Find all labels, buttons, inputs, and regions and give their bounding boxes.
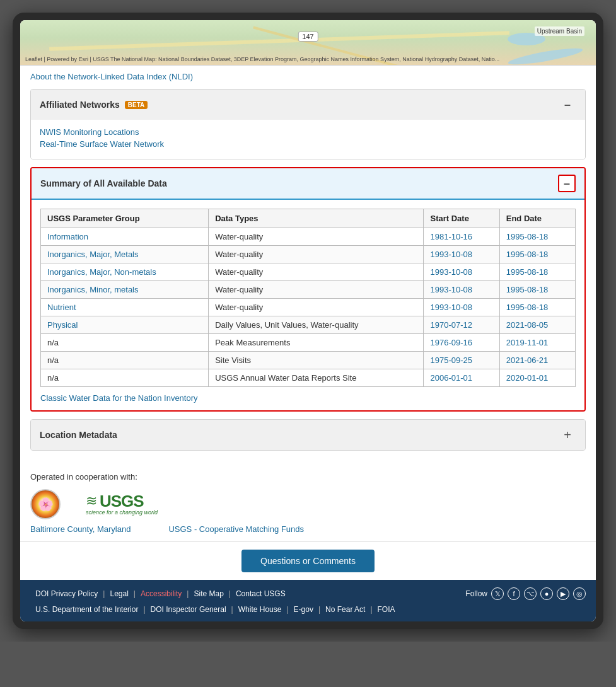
nwis-link[interactable]: NWIS Monitoring Locations xyxy=(40,127,576,137)
twitter-icon[interactable]: 𝕏 xyxy=(491,587,504,600)
main-content: About the Network-Linked Data Index (NLD… xyxy=(20,66,596,465)
col-header-end-date: End Date xyxy=(499,209,575,228)
footer-egov-link[interactable]: E-gov xyxy=(289,605,318,614)
param-group-link[interactable]: Physical xyxy=(47,320,78,330)
summary-panel: Summary of All Available Data – USGS Par… xyxy=(30,167,586,412)
table-row: n/aSite Visits1975-09-252021-06-21 xyxy=(41,352,576,369)
param-group-link[interactable]: Inorganics, Major, Metals xyxy=(47,250,139,259)
data-types-cell: Water-quality xyxy=(209,263,424,281)
start-date-link[interactable]: 1993-10-08 xyxy=(430,285,472,294)
start-date-link[interactable]: 2006-01-01 xyxy=(430,373,472,383)
end-date-cell: 2020-01-01 xyxy=(499,369,575,387)
footer-privacy-link[interactable]: DOI Privacy Policy xyxy=(30,589,103,598)
footer-inspector-link[interactable]: DOI Inspector General xyxy=(146,605,231,614)
data-types-cell: Water-quality xyxy=(209,246,424,263)
end-date-cell: 2019-11-01 xyxy=(499,334,575,352)
table-row: Inorganics, Minor, metalsWater-quality19… xyxy=(41,281,576,299)
end-date-cell: 1995-08-18 xyxy=(499,299,575,316)
footer-top-links: DOI Privacy Policy | Legal | Accessibili… xyxy=(30,589,291,598)
start-date-cell: 1970-07-12 xyxy=(424,316,499,334)
screen: 147 Upstream Basin Leaflet | Powered by … xyxy=(20,20,596,621)
data-types-cell: Water-quality xyxy=(209,299,424,316)
footer-legal-link[interactable]: Legal xyxy=(105,589,133,598)
device-frame: 147 Upstream Basin Leaflet | Powered by … xyxy=(13,13,603,629)
footer-sitemap-link[interactable]: Site Map xyxy=(189,589,228,598)
location-metadata-header[interactable]: Location Metadata + xyxy=(31,420,585,450)
footer-whitehouse-link[interactable]: White House xyxy=(233,605,287,614)
start-date-link[interactable]: 1993-10-08 xyxy=(430,303,472,312)
cooperation-section: Operated in cooperation with: 🌸 ≋ USGS s… xyxy=(20,465,596,541)
footer-doi-link[interactable]: U.S. Department of the Interior xyxy=(30,605,143,614)
param-group-cell: n/a xyxy=(41,352,209,369)
table-row: n/aPeak Measurements1976-09-162019-11-01 xyxy=(41,334,576,352)
summary-toggle[interactable]: – xyxy=(558,175,576,192)
footer-contact-link[interactable]: Contact USGS xyxy=(231,589,291,598)
end-date-link[interactable]: 2021-06-21 xyxy=(506,355,549,365)
logos-row: 🌸 ≋ USGS science for a changing world xyxy=(30,489,586,519)
end-date-cell: 2021-06-21 xyxy=(499,352,575,369)
col-header-data-types: Data Types xyxy=(209,209,424,228)
data-types-cell: USGS Annual Water Data Reports Site xyxy=(209,369,424,387)
end-date-link[interactable]: 1995-08-18 xyxy=(506,250,549,259)
param-group-link[interactable]: Information xyxy=(47,232,88,241)
table-row: InformationWater-quality1981-10-161995-0… xyxy=(41,228,576,246)
location-metadata-title: Location Metadata xyxy=(40,430,117,440)
start-date-link[interactable]: 1970-07-12 xyxy=(430,320,472,330)
table-row: Inorganics, Major, MetalsWater-quality19… xyxy=(41,246,576,263)
youtube-icon[interactable]: ▶ xyxy=(557,587,569,600)
end-date-link[interactable]: 1995-08-18 xyxy=(506,232,549,241)
affiliated-networks-toggle[interactable]: – xyxy=(559,96,576,113)
footer-accessibility-link[interactable]: Accessibility xyxy=(136,589,187,598)
param-group-cell: Inorganics, Major, Metals xyxy=(41,246,209,263)
follow-label: Follow xyxy=(465,589,487,598)
questions-button[interactable]: Questions or Comments xyxy=(241,550,375,572)
table-row: n/aUSGS Annual Water Data Reports Site20… xyxy=(41,369,576,387)
partner-links: Baltimore County, Maryland USGS - Cooper… xyxy=(30,524,586,534)
param-group-link[interactable]: Inorganics, Minor, metals xyxy=(47,285,139,294)
start-date-link[interactable]: 1975-09-25 xyxy=(430,355,472,365)
param-group-link[interactable]: Inorganics, Major, Non-metals xyxy=(47,267,156,277)
affiliated-networks-header[interactable]: Affiliated Networks BETA – xyxy=(31,89,585,120)
end-date-link[interactable]: 1995-08-18 xyxy=(506,285,549,294)
affiliated-networks-body: NWIS Monitoring Locations Real-Time Surf… xyxy=(31,120,585,159)
footer-foia-link[interactable]: FOIA xyxy=(373,605,400,614)
start-date-cell: 1976-09-16 xyxy=(424,334,499,352)
start-date-cell: 1975-09-25 xyxy=(424,352,499,369)
param-group-cell: Physical xyxy=(41,316,209,334)
end-date-link[interactable]: 2019-11-01 xyxy=(506,338,549,347)
end-date-link[interactable]: 1995-08-18 xyxy=(506,267,549,277)
start-date-link[interactable]: 1993-10-08 xyxy=(430,267,472,277)
summary-table: USGS Parameter Group Data Types Start Da… xyxy=(40,209,576,387)
end-date-cell: 1995-08-18 xyxy=(499,263,575,281)
param-group-cell: n/a xyxy=(41,334,209,352)
location-metadata-panel: Location Metadata + xyxy=(30,419,586,451)
end-date-link[interactable]: 2020-01-01 xyxy=(506,373,549,383)
flower-logo: 🌸 xyxy=(30,489,61,519)
param-group-cell: Information xyxy=(41,228,209,246)
instagram-icon[interactable]: ◎ xyxy=(573,587,586,600)
param-group-cell: Inorganics, Major, Non-metals xyxy=(41,263,209,281)
realtime-link[interactable]: Real-Time Surface Water Network xyxy=(40,139,576,149)
usgs-matching-funds-link[interactable]: USGS - Cooperative Matching Funds xyxy=(168,524,304,534)
end-date-link[interactable]: 1995-08-18 xyxy=(506,303,549,312)
start-date-link[interactable]: 1993-10-08 xyxy=(430,250,472,259)
col-header-start-date: Start Date xyxy=(424,209,499,228)
summary-header[interactable]: Summary of All Available Data – xyxy=(32,168,584,200)
nldi-link[interactable]: About the Network-Linked Data Index (NLD… xyxy=(30,72,586,81)
questions-bar: Questions or Comments xyxy=(20,541,596,580)
start-date-link[interactable]: 1976-09-16 xyxy=(430,338,472,347)
facebook-icon[interactable]: f xyxy=(508,587,520,600)
end-date-link[interactable]: 2021-08-05 xyxy=(506,320,549,330)
param-group-cell: Nutrient xyxy=(41,299,209,316)
flickr-icon[interactable]: ● xyxy=(540,587,553,600)
start-date-cell: 1993-10-08 xyxy=(424,246,499,263)
github-icon[interactable]: ⌥ xyxy=(524,587,537,600)
baltimore-county-link[interactable]: Baltimore County, Maryland xyxy=(30,524,131,534)
start-date-link[interactable]: 1981-10-16 xyxy=(430,232,472,241)
classic-water-link[interactable]: Classic Water Data for the Nation Invent… xyxy=(40,393,576,403)
param-group-link[interactable]: Nutrient xyxy=(47,303,76,312)
location-metadata-toggle[interactable]: + xyxy=(559,426,576,444)
footer-nofear-link[interactable]: No Fear Act xyxy=(320,605,370,614)
footer-top-row: DOI Privacy Policy | Legal | Accessibili… xyxy=(30,587,586,600)
end-date-cell: 1995-08-18 xyxy=(499,246,575,263)
